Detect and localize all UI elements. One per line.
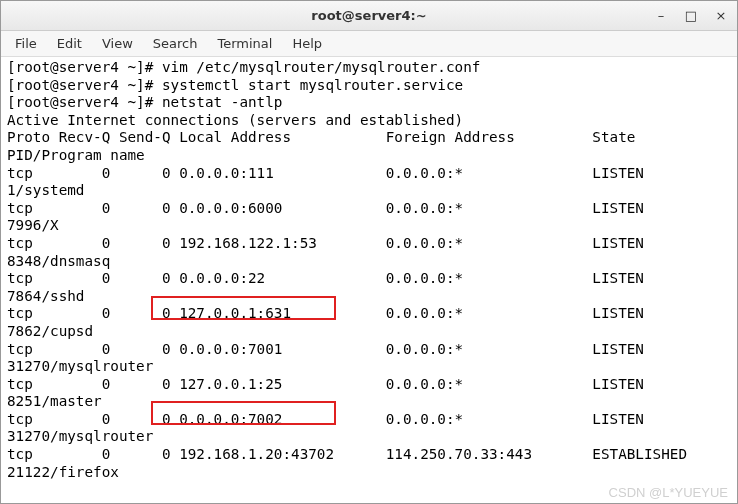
menu-help[interactable]: Help <box>282 33 332 54</box>
terminal-window: root@server4:~ – □ × File Edit View Sear… <box>0 0 738 504</box>
maximize-button[interactable]: □ <box>681 5 701 25</box>
menu-search[interactable]: Search <box>143 33 208 54</box>
window-controls: – □ × <box>651 5 731 25</box>
close-button[interactable]: × <box>711 5 731 25</box>
titlebar: root@server4:~ – □ × <box>1 1 737 31</box>
menu-view[interactable]: View <box>92 33 143 54</box>
terminal-output[interactable]: [root@server4 ~]# vim /etc/mysqlrouter/m… <box>1 57 737 503</box>
menu-terminal[interactable]: Terminal <box>207 33 282 54</box>
menu-edit[interactable]: Edit <box>47 33 92 54</box>
minimize-button[interactable]: – <box>651 5 671 25</box>
menubar: File Edit View Search Terminal Help <box>1 31 737 57</box>
menu-file[interactable]: File <box>5 33 47 54</box>
window-title: root@server4:~ <box>311 8 426 23</box>
